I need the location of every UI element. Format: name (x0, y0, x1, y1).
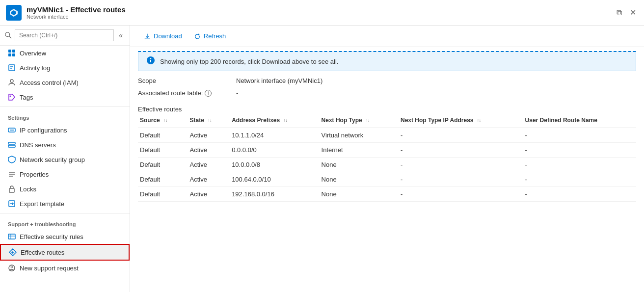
sort-address-icon[interactable]: ↑↓ (284, 119, 288, 123)
properties-icon (8, 170, 16, 178)
locks-icon (8, 185, 16, 193)
content-area: Download Refresh Showing only top 200 re… (130, 26, 644, 292)
cell-nextHopTypeIP: - (399, 187, 523, 202)
download-button[interactable]: Download (138, 30, 188, 42)
nav-divider-support (0, 213, 130, 213)
sidebar-item-activity-log[interactable]: Activity log (0, 60, 130, 75)
svg-rect-8 (9, 65, 15, 71)
sidebar-navigation: Overview Activity log Access control (IA… (0, 46, 130, 292)
sidebar-item-network-security-group[interactable]: Network security group (0, 152, 130, 167)
sidebar-item-label: Tags (20, 94, 33, 101)
sidebar-item-locks[interactable]: Locks (0, 182, 130, 196)
sort-hop-ip-icon[interactable]: ↑↓ (477, 119, 481, 123)
sidebar-item-tags[interactable]: Tags (0, 90, 130, 105)
cell-nextHopTypeIP: - (399, 143, 523, 158)
effective-security-rules-icon (8, 233, 16, 240)
sidebar-item-label: New support request (20, 265, 79, 272)
route-table-info-icon[interactable]: i (205, 90, 212, 97)
info-banner-text: Showing only top 200 records, click Down… (160, 58, 339, 65)
overview-icon (8, 49, 16, 57)
close-button[interactable]: ✕ (628, 6, 638, 19)
cell-nextHopType: None (320, 172, 399, 187)
sidebar-item-export-template[interactable]: Export template (0, 196, 130, 211)
cell-nextHopType: Virtual network (320, 128, 399, 143)
cell-nextHopTypeIP: - (399, 158, 523, 172)
effective-routes-section-title: Effective routes (130, 102, 644, 113)
table-row: DefaultActive192.168.0.0/16None-- (138, 187, 636, 202)
sort-source-icon[interactable]: ↑↓ (163, 119, 167, 123)
details-section: Scope Network interface (myVMNic1) Assoc… (130, 71, 644, 102)
sidebar-item-ip-configurations[interactable]: IP configurations (0, 123, 130, 137)
routes-table-container: Source ↑↓ State ↑↓ Address Prefixes ↑↓ (130, 113, 644, 292)
sidebar-item-properties[interactable]: Properties (0, 167, 130, 182)
routes-table: Source ↑↓ State ↑↓ Address Prefixes ↑↓ (138, 113, 636, 202)
cell-userDefinedRouteName: - (523, 158, 636, 172)
toolbar: Download Refresh (130, 26, 644, 47)
activity-log-icon (8, 64, 16, 72)
svg-rect-6 (8, 53, 11, 56)
svg-rect-4 (8, 50, 11, 53)
access-control-icon (8, 79, 16, 86)
sidebar-item-label: Overview (20, 50, 46, 57)
cell-userDefinedRouteName: - (523, 143, 636, 158)
sidebar-item-effective-security-rules[interactable]: Effective security rules (0, 229, 130, 244)
col-state[interactable]: State ↑↓ (188, 113, 230, 128)
cell-source: Default (138, 158, 188, 172)
svg-rect-16 (8, 145, 15, 147)
effective-routes-icon (9, 248, 17, 256)
col-source[interactable]: Source ↑↓ (138, 113, 188, 128)
cell-source: Default (138, 187, 188, 202)
new-support-request-icon (8, 264, 16, 272)
svg-rect-20 (9, 188, 14, 192)
cell-userDefinedRouteName: - (523, 128, 636, 143)
svg-point-2 (5, 32, 10, 37)
sort-state-icon[interactable]: ↑↓ (208, 119, 212, 123)
export-template-icon (8, 200, 16, 208)
sidebar-search-container: « (0, 26, 130, 46)
sort-hop-type-icon[interactable]: ↑↓ (366, 119, 370, 123)
network-security-group-icon (8, 156, 16, 163)
svg-point-30 (11, 266, 13, 268)
page-title: myVMNic1 - Effective routes (27, 5, 126, 14)
cell-addressPrefixes: 0.0.0.0/0 (230, 143, 319, 158)
table-row: DefaultActive100.64.0.0/10None-- (138, 172, 636, 187)
cell-source: Default (138, 143, 188, 158)
cell-source: Default (138, 128, 188, 143)
sidebar-item-effective-routes[interactable]: Effective routes (0, 244, 130, 261)
refresh-button[interactable]: Refresh (188, 30, 232, 42)
scope-row: Scope Network interface (myVMNic1) (138, 77, 636, 84)
sidebar-item-overview[interactable]: Overview (0, 46, 130, 60)
sidebar-item-dns-servers[interactable]: DNS servers (0, 137, 130, 152)
cell-nextHopType: None (320, 187, 399, 202)
cell-nextHopType: None (320, 158, 399, 172)
cell-source: Default (138, 172, 188, 187)
svg-rect-7 (12, 53, 15, 56)
nav-divider-settings (0, 106, 130, 107)
cell-nextHopType: Internet (320, 143, 399, 158)
route-table-label: Associated route table: i (138, 89, 236, 97)
sidebar: « Overview Activity log Access contr (0, 26, 130, 292)
sidebar-item-label: Locks (20, 186, 36, 193)
route-table-row: Associated route table: i - (138, 89, 636, 97)
svg-line-3 (9, 36, 11, 38)
maximize-button[interactable]: ⧉ (615, 6, 624, 19)
sidebar-item-new-support-request[interactable]: New support request (0, 261, 130, 275)
col-address-prefixes[interactable]: Address Prefixes ↑↓ (230, 113, 319, 128)
col-next-hop-type[interactable]: Next Hop Type ↑↓ (320, 113, 399, 128)
svg-point-34 (150, 58, 151, 59)
sidebar-item-label: Properties (20, 171, 49, 178)
sidebar-item-access-control[interactable]: Access control (IAM) (0, 75, 130, 90)
title-bar: myVMNic1 - Effective routes Network inte… (0, 0, 644, 26)
cell-addressPrefixes: 10.0.0.0/8 (230, 158, 319, 172)
ip-configurations-icon (8, 126, 16, 134)
col-user-defined-route[interactable]: User Defined Route Name (523, 113, 636, 128)
table-row: DefaultActive10.0.0.0/8None-- (138, 158, 636, 172)
sidebar-item-label: Access control (IAM) (20, 79, 79, 86)
search-input[interactable] (15, 29, 114, 41)
collapse-sidebar-button[interactable]: « (117, 30, 125, 40)
col-next-hop-ip[interactable]: Next Hop Type IP Address ↑↓ (399, 113, 523, 128)
svg-rect-23 (8, 234, 15, 239)
route-table-value: - (236, 89, 238, 97)
search-icon (5, 32, 12, 39)
cell-addressPrefixes: 100.64.0.0/10 (230, 172, 319, 187)
